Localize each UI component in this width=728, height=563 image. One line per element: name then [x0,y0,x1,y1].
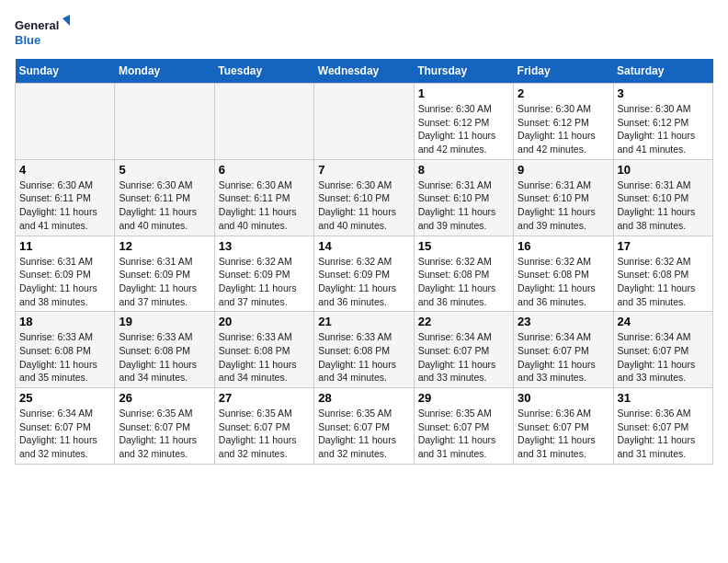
calendar-cell: 1Sunrise: 6:30 AMSunset: 6:12 PMDaylight… [414,84,513,160]
day-number: 2 [518,86,609,100]
day-number: 29 [418,391,509,405]
day-number: 11 [19,239,110,253]
day-info: Sunrise: 6:31 AMSunset: 6:10 PMDaylight:… [418,178,509,233]
calendar-week-0: 1Sunrise: 6:30 AMSunset: 6:12 PMDaylight… [16,84,713,160]
day-info: Sunrise: 6:34 AMSunset: 6:07 PMDaylight:… [618,330,709,385]
day-number: 26 [119,391,210,405]
header-saturday: Saturday [613,59,712,84]
day-number: 17 [618,239,709,253]
day-info: Sunrise: 6:34 AMSunset: 6:07 PMDaylight:… [418,330,509,385]
calendar-header-row: SundayMondayTuesdayWednesdayThursdayFrid… [16,59,713,84]
day-info: Sunrise: 6:33 AMSunset: 6:08 PMDaylight:… [318,330,409,385]
calendar-cell: 31Sunrise: 6:36 AMSunset: 6:07 PMDayligh… [613,388,712,465]
day-number: 9 [518,163,609,177]
calendar-cell: 2Sunrise: 6:30 AMSunset: 6:12 PMDaylight… [514,84,613,160]
calendar-cell: 24Sunrise: 6:34 AMSunset: 6:07 PMDayligh… [613,312,712,388]
day-info: Sunrise: 6:30 AMSunset: 6:12 PMDaylight:… [518,102,609,156]
day-info: Sunrise: 6:35 AMSunset: 6:07 PMDaylight:… [418,407,509,461]
calendar-cell: 25Sunrise: 6:34 AMSunset: 6:07 PMDayligh… [16,388,115,465]
day-number: 28 [318,391,409,405]
day-info: Sunrise: 6:34 AMSunset: 6:07 PMDaylight:… [518,330,609,385]
day-number: 30 [518,391,609,405]
calendar-cell: 28Sunrise: 6:35 AMSunset: 6:07 PMDayligh… [314,388,414,465]
day-info: Sunrise: 6:30 AMSunset: 6:11 PMDaylight:… [119,178,210,233]
calendar-cell: 3Sunrise: 6:30 AMSunset: 6:12 PMDaylight… [613,84,712,160]
calendar-week-2: 11Sunrise: 6:31 AMSunset: 6:09 PMDayligh… [16,236,713,312]
calendar-table: SundayMondayTuesdayWednesdayThursdayFrid… [15,59,713,465]
day-number: 5 [119,163,210,177]
logo-svg: General Blue [15,15,70,48]
header-thursday: Thursday [414,59,513,84]
day-info: Sunrise: 6:36 AMSunset: 6:07 PMDaylight:… [618,407,709,461]
day-info: Sunrise: 6:33 AMSunset: 6:08 PMDaylight:… [19,330,110,385]
calendar-cell: 10Sunrise: 6:31 AMSunset: 6:10 PMDayligh… [613,159,712,236]
day-info: Sunrise: 6:32 AMSunset: 6:09 PMDaylight:… [219,255,310,309]
header-tuesday: Tuesday [214,59,313,84]
day-info: Sunrise: 6:32 AMSunset: 6:09 PMDaylight:… [318,255,409,309]
day-info: Sunrise: 6:33 AMSunset: 6:08 PMDaylight:… [219,330,310,385]
day-info: Sunrise: 6:31 AMSunset: 6:10 PMDaylight:… [618,178,709,233]
day-info: Sunrise: 6:33 AMSunset: 6:08 PMDaylight:… [119,330,210,385]
day-number: 22 [418,315,509,328]
header-sunday: Sunday [16,59,115,84]
calendar-cell: 30Sunrise: 6:36 AMSunset: 6:07 PMDayligh… [514,388,613,465]
day-number: 21 [318,315,409,328]
calendar-cell: 5Sunrise: 6:30 AMSunset: 6:11 PMDaylight… [115,159,214,236]
calendar-cell [115,84,214,160]
calendar-cell: 14Sunrise: 6:32 AMSunset: 6:09 PMDayligh… [314,236,414,312]
calendar-cell: 27Sunrise: 6:35 AMSunset: 6:07 PMDayligh… [214,388,313,465]
svg-text:General: General [15,18,59,32]
day-info: Sunrise: 6:35 AMSunset: 6:07 PMDaylight:… [119,407,210,461]
header-friday: Friday [514,59,613,84]
calendar-week-3: 18Sunrise: 6:33 AMSunset: 6:08 PMDayligh… [16,312,713,388]
day-number: 8 [418,163,509,177]
calendar-cell: 4Sunrise: 6:30 AMSunset: 6:11 PMDaylight… [16,159,115,236]
calendar-cell: 19Sunrise: 6:33 AMSunset: 6:08 PMDayligh… [115,312,214,388]
day-info: Sunrise: 6:32 AMSunset: 6:08 PMDaylight:… [618,255,709,309]
logo: General Blue [15,15,70,48]
day-number: 14 [318,239,409,253]
day-info: Sunrise: 6:35 AMSunset: 6:07 PMDaylight:… [219,407,310,461]
svg-marker-2 [63,15,70,26]
day-info: Sunrise: 6:32 AMSunset: 6:08 PMDaylight:… [518,255,609,309]
calendar-cell: 22Sunrise: 6:34 AMSunset: 6:07 PMDayligh… [414,312,513,388]
calendar-cell: 26Sunrise: 6:35 AMSunset: 6:07 PMDayligh… [115,388,214,465]
calendar-cell: 16Sunrise: 6:32 AMSunset: 6:08 PMDayligh… [514,236,613,312]
calendar-cell: 11Sunrise: 6:31 AMSunset: 6:09 PMDayligh… [16,236,115,312]
day-info: Sunrise: 6:31 AMSunset: 6:10 PMDaylight:… [518,178,609,233]
day-number: 31 [618,391,709,405]
day-info: Sunrise: 6:30 AMSunset: 6:12 PMDaylight:… [618,102,709,156]
calendar-week-4: 25Sunrise: 6:34 AMSunset: 6:07 PMDayligh… [16,388,713,465]
day-number: 20 [219,315,310,328]
day-info: Sunrise: 6:36 AMSunset: 6:07 PMDaylight:… [518,407,609,461]
calendar-cell: 6Sunrise: 6:30 AMSunset: 6:11 PMDaylight… [214,159,313,236]
day-info: Sunrise: 6:30 AMSunset: 6:12 PMDaylight:… [418,102,509,156]
calendar-cell: 18Sunrise: 6:33 AMSunset: 6:08 PMDayligh… [16,312,115,388]
calendar-cell [16,84,115,160]
calendar-cell: 15Sunrise: 6:32 AMSunset: 6:08 PMDayligh… [414,236,513,312]
day-info: Sunrise: 6:30 AMSunset: 6:11 PMDaylight:… [219,178,310,233]
day-info: Sunrise: 6:35 AMSunset: 6:07 PMDaylight:… [318,407,409,461]
day-number: 15 [418,239,509,253]
calendar-cell: 29Sunrise: 6:35 AMSunset: 6:07 PMDayligh… [414,388,513,465]
day-number: 23 [518,315,609,328]
day-info: Sunrise: 6:30 AMSunset: 6:10 PMDaylight:… [318,178,409,233]
calendar-cell: 12Sunrise: 6:31 AMSunset: 6:09 PMDayligh… [115,236,214,312]
day-number: 3 [618,86,709,100]
page-header: General Blue [15,15,713,48]
day-number: 7 [318,163,409,177]
day-number: 18 [19,315,110,328]
day-info: Sunrise: 6:32 AMSunset: 6:08 PMDaylight:… [418,255,509,309]
calendar-cell: 8Sunrise: 6:31 AMSunset: 6:10 PMDaylight… [414,159,513,236]
day-number: 13 [219,239,310,253]
day-number: 10 [618,163,709,177]
day-number: 12 [119,239,210,253]
calendar-cell: 9Sunrise: 6:31 AMSunset: 6:10 PMDaylight… [514,159,613,236]
day-number: 1 [418,86,509,100]
day-number: 27 [219,391,310,405]
calendar-cell: 21Sunrise: 6:33 AMSunset: 6:08 PMDayligh… [314,312,414,388]
day-number: 4 [19,163,110,177]
day-info: Sunrise: 6:34 AMSunset: 6:07 PMDaylight:… [19,407,110,461]
day-number: 19 [119,315,210,328]
calendar-cell [314,84,414,160]
